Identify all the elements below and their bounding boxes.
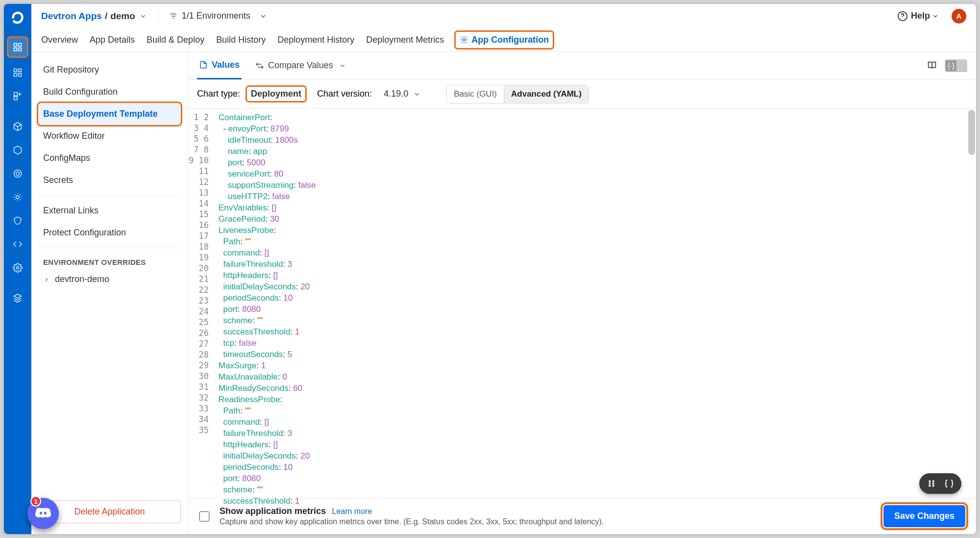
- filter-icon: [169, 12, 178, 21]
- nav-target-icon[interactable]: [10, 166, 25, 181]
- tab-deployment-history[interactable]: Deployment History: [277, 31, 354, 49]
- nav-grid-icon[interactable]: [10, 65, 25, 80]
- show-metrics-desc: Capture and show key application metrics…: [220, 517, 604, 526]
- svg-point-13: [17, 267, 19, 269]
- nav-layers-icon[interactable]: [10, 290, 25, 306]
- svg-point-19: [932, 481, 933, 482]
- save-changes-button[interactable]: Save Changes: [883, 505, 965, 527]
- svg-rect-9: [14, 97, 18, 100]
- header: Devtron Apps / demo 1/1 Environments Hel…: [31, 4, 976, 52]
- yaml-editor[interactable]: 1 2 3 4 5 6 7 8 9 10 11 12 13 14 15 16 1…: [188, 109, 976, 498]
- nav-heading-env-overrides: ENVIRONMENT OVERRIDES: [38, 252, 181, 269]
- chart-version-value: 4.19.0: [384, 89, 408, 99]
- nav-git-repository[interactable]: Git Repository: [38, 59, 181, 81]
- svg-rect-7: [19, 74, 22, 77]
- nav-external-links[interactable]: External Links: [38, 200, 181, 222]
- svg-rect-2: [14, 48, 17, 51]
- readme-icon[interactable]: [925, 59, 939, 73]
- nav-code-icon[interactable]: [10, 236, 25, 252]
- editor-code[interactable]: ContainerPort: - envoyPort: 8799 idleTim…: [214, 109, 976, 498]
- devtron-logo-icon[interactable]: [8, 8, 27, 27]
- svg-point-15: [463, 39, 466, 41]
- svg-point-20: [932, 483, 933, 484]
- nav-secrets[interactable]: Secrets: [38, 169, 181, 191]
- discord-widget[interactable]: 1: [27, 498, 59, 529]
- help-icon: [897, 11, 908, 22]
- mode-advanced-button[interactable]: Advanced (YAML): [504, 85, 588, 103]
- editor-pane: Values Compare Values {·}: [188, 52, 976, 534]
- chevron-down-icon[interactable]: [139, 12, 147, 20]
- braces-icon: [944, 478, 955, 489]
- svg-point-11: [16, 172, 20, 176]
- nav-box-icon[interactable]: [10, 142, 25, 158]
- gear-icon: [460, 35, 468, 44]
- chevron-down-icon: [259, 12, 267, 20]
- editor-scrollbar-thumb[interactable]: [968, 110, 975, 155]
- chevron-down-icon: [932, 13, 939, 20]
- nav-workflow-editor[interactable]: Workflow Editor: [38, 125, 181, 147]
- discord-badge-count: 1: [30, 496, 41, 507]
- svg-rect-3: [19, 48, 22, 51]
- svg-rect-5: [19, 69, 22, 72]
- tab-app-details[interactable]: App Details: [90, 31, 135, 49]
- values-bar: Values Compare Values {·}: [188, 52, 976, 79]
- nav-base-deployment-template[interactable]: Base Deployment Template: [38, 103, 181, 125]
- drag-handle-icon: [926, 478, 937, 489]
- chevron-down-icon: [413, 90, 421, 98]
- environment-filter-label: 1/1 Environments: [182, 11, 250, 21]
- svg-point-21: [932, 485, 933, 486]
- tab-build-deploy[interactable]: Build & Deploy: [147, 31, 204, 49]
- help-label: Help: [911, 11, 930, 21]
- config-side-nav: Git Repository Build Configuration Base …: [31, 52, 188, 534]
- json-view-toggle[interactable]: {·}: [945, 59, 967, 72]
- environment-filter[interactable]: 1/1 Environments: [169, 11, 271, 21]
- show-metrics-checkbox[interactable]: [199, 511, 210, 522]
- tab-app-configuration[interactable]: App Configuration: [456, 32, 553, 48]
- breadcrumb-separator: /: [105, 11, 107, 22]
- svg-point-18: [929, 485, 930, 486]
- nav-build-configuration[interactable]: Build Configuration: [38, 81, 181, 103]
- svg-rect-0: [14, 44, 17, 47]
- mode-basic-button[interactable]: Basic (GUI): [447, 85, 504, 103]
- editor-gutter: 1 2 3 4 5 6 7 8 9 10 11 12 13 14 15 16 1…: [188, 109, 214, 498]
- tab-deployment-metrics[interactable]: Deployment Metrics: [366, 31, 444, 49]
- nav-protect-configuration[interactable]: Protect Configuration: [38, 222, 181, 244]
- learn-more-link[interactable]: Learn more: [332, 507, 372, 515]
- nav-configmaps[interactable]: ConfigMaps: [38, 147, 181, 169]
- tab-app-configuration-label: App Configuration: [471, 35, 549, 45]
- nav-package-icon[interactable]: [10, 119, 25, 134]
- breadcrumb-app-name[interactable]: demo: [110, 11, 135, 22]
- show-metrics-title: Show application metrics: [220, 506, 326, 516]
- values-tab[interactable]: Values: [197, 52, 242, 79]
- svg-rect-6: [14, 74, 17, 77]
- nav-env-item-label: devtron-demo: [55, 274, 109, 284]
- tab-overview[interactable]: Overview: [41, 31, 78, 49]
- user-avatar[interactable]: A: [952, 9, 966, 24]
- divider: [38, 248, 181, 248]
- delete-application-button[interactable]: Delete Application: [38, 500, 181, 523]
- chart-type-value[interactable]: Deployment: [247, 87, 305, 101]
- nav-env-item[interactable]: devtron-demo: [38, 269, 181, 289]
- svg-point-16: [929, 481, 930, 482]
- svg-point-12: [16, 196, 20, 199]
- svg-rect-4: [14, 69, 17, 72]
- compare-icon: [255, 61, 264, 70]
- app-tabs: Overview App Details Build & Deploy Buil…: [41, 28, 966, 51]
- divider: [38, 195, 181, 196]
- nav-applications-icon[interactable]: [8, 37, 27, 57]
- help-button[interactable]: Help: [897, 11, 942, 22]
- chart-version-dropdown[interactable]: 4.19.0: [379, 86, 426, 102]
- tab-build-history[interactable]: Build History: [216, 31, 266, 49]
- compare-values-tab[interactable]: Compare Values: [255, 60, 346, 71]
- vertical-divider: [158, 10, 158, 22]
- nav-gear-icon[interactable]: [10, 260, 25, 276]
- nav-bug-icon[interactable]: [10, 189, 25, 205]
- nav-plus-grid-icon[interactable]: [10, 88, 25, 104]
- floating-editor-handle[interactable]: [919, 473, 961, 494]
- nav-shield-icon[interactable]: [10, 213, 25, 229]
- svg-point-10: [14, 170, 22, 178]
- values-tab-label: Values: [212, 60, 240, 70]
- svg-rect-8: [14, 93, 18, 96]
- breadcrumb-root[interactable]: Devtron Apps: [41, 11, 102, 22]
- chevron-down-icon: [339, 62, 346, 69]
